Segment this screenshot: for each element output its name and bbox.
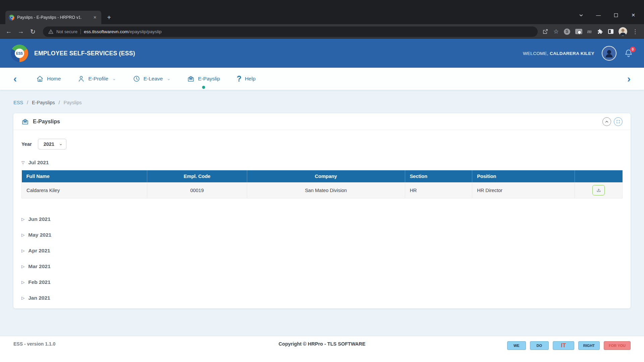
extensions-puzzle-icon[interactable]: [597, 28, 603, 35]
browser-profile-avatar[interactable]: [619, 27, 627, 36]
notification-count-badge: 0: [630, 47, 636, 52]
forward-icon[interactable]: →: [15, 26, 26, 37]
nav-scroll-right-icon[interactable]: ›: [627, 74, 631, 84]
nav-label: E-Payslip: [198, 76, 220, 82]
badge-right: RIGHT: [578, 341, 600, 350]
caret-right-icon: ▷: [21, 248, 24, 253]
month-group-apr-2021[interactable]: ▷ Apr 2021: [21, 247, 623, 255]
window-controls: — ✕: [572, 9, 642, 21]
security-label[interactable]: Not secure: [56, 29, 77, 34]
caret-right-icon: ▷: [21, 280, 24, 285]
cell-actions: [575, 182, 623, 198]
card-tools: [602, 117, 623, 126]
share-icon[interactable]: [542, 28, 548, 35]
month-label: Jan 2021: [28, 295, 50, 301]
nav-items: Home E-Profile ⌄ E-Leave ⌄ E-Payslip ? H…: [36, 74, 256, 83]
minimize-button[interactable]: —: [590, 9, 607, 21]
nav-label: Home: [47, 76, 61, 82]
nav-item-e-profile[interactable]: E-Profile ⌄: [77, 75, 116, 82]
download-icon: [596, 188, 601, 193]
user-avatar[interactable]: [602, 46, 616, 61]
browser-titlebar: Payslips - E-Payslips - HRPRO v1. ✕ + — …: [0, 0, 644, 24]
chevron-up-icon: [605, 120, 609, 124]
payslip-table: Full Name Empl. Code Company Section Pos…: [21, 170, 623, 198]
bookmark-star-icon[interactable]: ☆: [553, 28, 559, 35]
breadcrumb-e-payslips[interactable]: E-Payslips: [32, 100, 55, 105]
nav-scroll-left-icon[interactable]: ‹: [13, 74, 17, 84]
chevron-down-icon: ⌄: [167, 77, 170, 80]
month-group-jul-2021[interactable]: ▽ Jul 2021: [21, 160, 623, 166]
home-icon: [36, 75, 44, 82]
caret-right-icon: ▷: [21, 233, 24, 237]
month-group-jan-2021[interactable]: ▷ Jan 2021: [21, 294, 623, 302]
nav-label: E-Leave: [144, 76, 163, 82]
skype-extension-icon[interactable]: S: [564, 28, 570, 35]
app-title: EMPLOYEE SELF-SERVICES (ESS): [34, 50, 135, 57]
fullscreen-button[interactable]: [614, 117, 623, 126]
month-group-feb-2021[interactable]: ▷ Feb 2021: [21, 278, 623, 286]
copyright-text: Copyright © HRPro - TLS SOFTWARE: [279, 341, 366, 347]
year-label: Year: [21, 141, 32, 147]
month-group-jun-2021[interactable]: ▷ Jun 2021: [21, 215, 623, 223]
column-header-full-name: Full Name: [22, 170, 147, 182]
breadcrumb-payslips: Payslips: [64, 100, 82, 105]
download-payslip-button[interactable]: [592, 185, 605, 195]
footer-badges: WE DO IT RIGHT FOR YOU: [365, 341, 631, 350]
m-extension-icon[interactable]: m: [587, 28, 592, 35]
card-title: E-Payslips: [21, 118, 60, 125]
address-bar[interactable]: Not secure ess.tlssoftwarevn.com/epaysli…: [43, 26, 538, 37]
badge-do: DO: [530, 341, 549, 350]
nav-item-home[interactable]: Home: [36, 75, 61, 82]
user-name: CALDARERA KILEY: [550, 51, 594, 56]
year-select[interactable]: 2021: [38, 139, 66, 149]
collapsed-months-list: ▷ Jun 2021 ▷ May 2021 ▷ Apr 2021 ▷ Mar 2…: [21, 215, 623, 302]
column-header-position: Position: [472, 170, 575, 182]
badge-it: IT: [553, 341, 574, 350]
reload-icon[interactable]: ↻: [28, 26, 38, 37]
maximize-button[interactable]: [607, 9, 625, 21]
page-url[interactable]: ess.tlssoftwarevn.com/epayslip/payslip: [84, 29, 162, 34]
month-group-mar-2021[interactable]: ▷ Mar 2021: [21, 262, 623, 270]
tab-title: Payslips - E-Payslips - HRPRO v1.: [17, 15, 89, 20]
breadcrumb-ess[interactable]: ESS: [13, 100, 23, 105]
caret-right-icon: ▷: [21, 217, 24, 222]
month-group-may-2021[interactable]: ▷ May 2021: [21, 231, 623, 239]
chevron-down-icon: ⌄: [112, 77, 116, 80]
browser-window: Payslips - E-Payslips - HRPRO v1. ✕ + — …: [0, 0, 644, 362]
nav-item-help[interactable]: ? Help: [237, 74, 256, 83]
year-filter: Year 2021 ⌄: [21, 139, 623, 149]
nav-label: E-Profile: [88, 76, 108, 82]
active-page-dot: [202, 86, 205, 89]
new-tab-button[interactable]: +: [104, 12, 114, 22]
help-icon: ?: [237, 74, 241, 83]
column-header-empl-code: Empl. Code: [147, 170, 247, 182]
notifications-bell-icon[interactable]: 0: [624, 49, 633, 58]
version-text: ESS - version 1.1.0: [13, 341, 279, 347]
caret-right-icon: ▷: [21, 296, 24, 300]
browser-toolbar: ← → ↻ Not secure ess.tlssoftwarevn.com/e…: [0, 24, 644, 39]
browser-menu-icon[interactable]: ⋮: [632, 28, 638, 35]
card-body: Year 2021 ⌄ ▽ Jul 2021 Full Na: [13, 130, 631, 302]
card-header: E-Payslips: [13, 113, 631, 130]
site-favicon-icon: [9, 15, 14, 20]
nav-label: Help: [245, 76, 256, 82]
side-panel-icon[interactable]: [608, 29, 613, 34]
nav-item-e-payslip[interactable]: E-Payslip: [187, 75, 220, 82]
person-icon: [77, 75, 85, 82]
omnibox-divider: [80, 29, 81, 34]
browser-tab[interactable]: Payslips - E-Payslips - HRPRO v1. ✕: [5, 11, 101, 24]
column-header-company: Company: [247, 170, 405, 182]
e-payslips-card: E-Payslips Year 2021: [13, 113, 631, 308]
nav-item-e-leave[interactable]: E-Leave ⌄: [133, 75, 171, 82]
back-icon[interactable]: ←: [3, 26, 14, 37]
tab-close-icon[interactable]: ✕: [92, 14, 98, 20]
tab-search-chevron-icon[interactable]: [572, 9, 590, 21]
payslip-envelope-icon: [21, 118, 29, 125]
url-domain: ess.tlssoftwarevn.com: [84, 29, 128, 34]
screenshot-extension-icon[interactable]: [575, 29, 582, 34]
header-right: WELCOME, CALDARERA KILEY 0: [523, 46, 633, 61]
clock-icon: [133, 75, 140, 82]
collapse-card-button[interactable]: [602, 117, 611, 126]
payslip-envelope-icon: [187, 75, 195, 82]
close-button[interactable]: ✕: [625, 9, 642, 21]
